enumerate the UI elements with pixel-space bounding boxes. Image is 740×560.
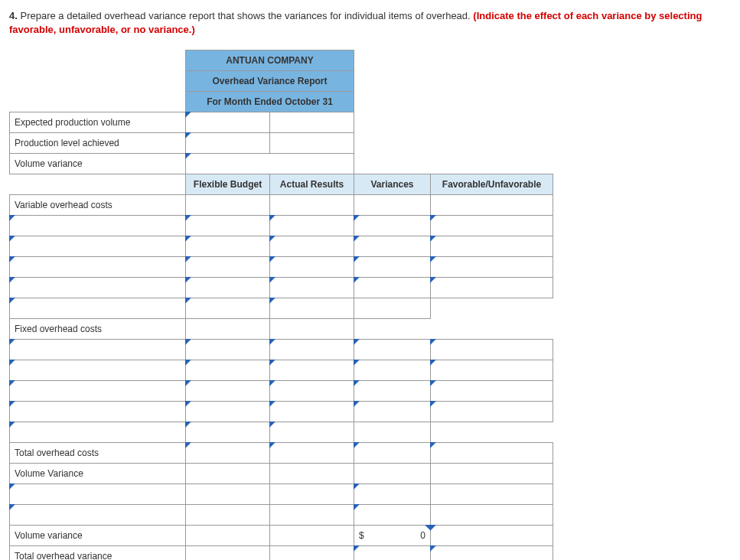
fix-item-4-fb[interactable] [186,402,270,422]
fix-item-3-var[interactable] [354,381,431,402]
fix-item-3-fb[interactable] [186,381,270,402]
fix-item-5-label[interactable] [10,422,186,443]
vol-res-ar [270,526,354,546]
var-item-1-fb[interactable] [186,216,270,236]
var-item-4-var[interactable] [354,278,431,298]
vol-res-var[interactable]: $ 0 [354,526,431,546]
report-title-header: Overhead Variance Report [186,71,354,92]
var-item-2-ar[interactable] [270,236,354,257]
col-actual-results: Actual Results [270,174,354,195]
total-oh-fu[interactable] [431,443,553,464]
total-oh-var[interactable] [354,443,431,464]
col-flexible-budget: Flexible Budget [186,174,270,195]
total-oh-fb[interactable] [186,443,270,464]
fix-item-1-var[interactable] [354,340,431,360]
vol-item-1-fb [186,484,270,505]
vol-item-1-var[interactable] [354,484,431,505]
var-item-5-ar[interactable] [270,298,354,319]
var-item-5-label[interactable] [10,298,186,319]
vol-res-amount: 0 [420,530,425,541]
fix-item-5-var [354,422,431,443]
var-item-3-fb[interactable] [186,257,270,278]
var-item-4-label[interactable] [10,278,186,298]
variable-oh-ar [270,195,354,216]
var-item-4-fu[interactable] [431,278,553,298]
var-item-1-var[interactable] [354,216,431,236]
variable-oh-fu [431,195,553,216]
instruction-block: 4. Prepare a detailed overhead variance … [9,9,731,36]
fix-item-4-ar[interactable] [270,402,354,422]
vol-item-1-ar [270,484,354,505]
fix-item-4-var[interactable] [354,402,431,422]
var-item-4-fb[interactable] [186,278,270,298]
fix-item-2-fb[interactable] [186,360,270,381]
var-item-4-ar[interactable] [270,278,354,298]
vol-sec-var [354,464,431,484]
vol-res-fb [186,526,270,546]
tot-var-fu[interactable] [431,546,553,560]
vol-item-2-ar [270,505,354,526]
expected-production-value-2[interactable] [270,112,354,133]
fix-item-2-fu[interactable] [431,360,553,381]
var-item-5-fb[interactable] [186,298,270,319]
var-item-3-var[interactable] [354,257,431,278]
var-item-2-fb[interactable] [186,236,270,257]
variance-report-table: ANTUAN COMPANY Overhead Variance Report … [9,50,553,560]
expected-production-value-1[interactable] [186,112,270,133]
production-achieved-value-2[interactable] [270,133,354,154]
question-number: 4. [9,10,18,21]
var-item-3-fu[interactable] [431,257,553,278]
fix-item-3-fu[interactable] [431,381,553,402]
var-item-2-var[interactable] [354,236,431,257]
var-item-1-ar[interactable] [270,216,354,236]
row-total-overhead: Total overhead costs [10,443,186,464]
fix-item-5-ar[interactable] [270,422,354,443]
vol-item-2-fu [431,505,553,526]
col-variances: Variances [354,174,431,195]
fix-item-4-label[interactable] [10,402,186,422]
var-item-3-ar[interactable] [270,257,354,278]
vol-sec-ar [270,464,354,484]
fix-item-1-fu[interactable] [431,340,553,360]
variable-oh-fb [186,195,270,216]
fixed-oh-fb [186,319,270,340]
row-volume-variance-result: Volume variance [10,526,186,546]
variable-oh-var [354,195,431,216]
vol-item-1-label[interactable] [10,484,186,505]
total-oh-ar[interactable] [270,443,354,464]
production-achieved-value-1[interactable] [186,133,270,154]
var-item-3-label[interactable] [10,257,186,278]
var-item-1-label[interactable] [10,216,186,236]
fix-item-3-label[interactable] [10,381,186,402]
fix-item-2-var[interactable] [354,360,431,381]
var-item-1-fu[interactable] [431,216,553,236]
fixed-oh-ar [270,319,354,340]
volume-variance-top-value[interactable] [186,154,354,174]
col-fav-unfav: Favorable/Unfavorable [431,174,553,195]
vol-item-2-var[interactable] [354,505,431,526]
row-volume-variance-section: Volume Variance [10,464,186,484]
fix-item-2-ar[interactable] [270,360,354,381]
fix-item-3-ar[interactable] [270,381,354,402]
tot-var-ar [270,546,354,560]
period-header: For Month Ended October 31 [186,92,354,112]
vol-res-fu[interactable] [431,526,553,546]
vol-item-2-fb [186,505,270,526]
tot-var-var[interactable] [354,546,431,560]
var-item-2-label[interactable] [10,236,186,257]
row-variable-overhead-label: Variable overhead costs [10,195,186,216]
vol-item-2-label[interactable] [10,505,186,526]
var-item-2-fu[interactable] [431,236,553,257]
fix-item-1-label[interactable] [10,340,186,360]
fix-item-2-label[interactable] [10,360,186,381]
vol-sec-fu [431,464,553,484]
fix-item-1-fb[interactable] [186,340,270,360]
row-expected-production: Expected production volume [10,112,186,133]
row-total-overhead-variance: Total overhead variance [10,546,186,560]
fix-item-5-fb[interactable] [186,422,270,443]
tot-var-fb [186,546,270,560]
row-volume-variance-top: Volume variance [10,154,186,174]
fix-item-4-fu[interactable] [431,402,553,422]
company-header: ANTUAN COMPANY [186,50,354,71]
fix-item-1-ar[interactable] [270,340,354,360]
